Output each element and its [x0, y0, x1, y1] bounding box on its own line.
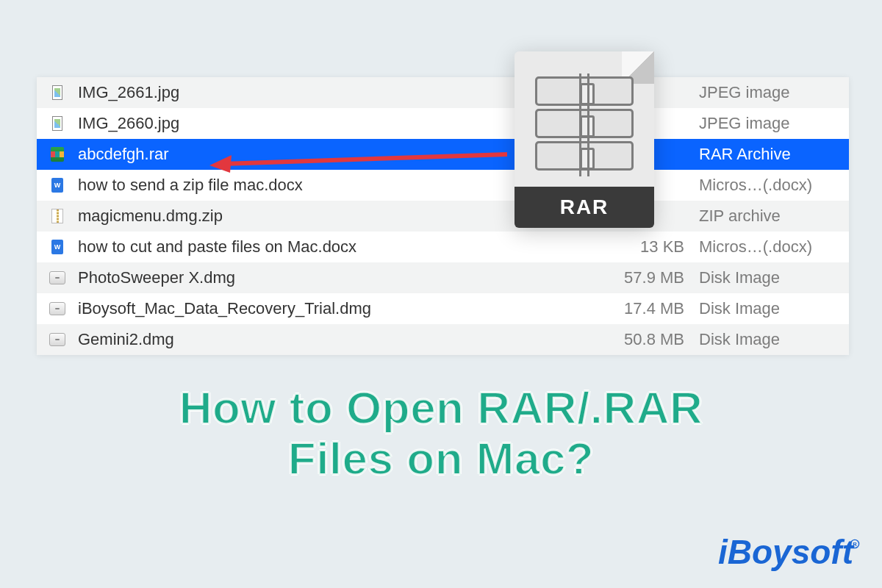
- article-title: How to Open RAR/.RAR Files on Mac?: [0, 382, 882, 484]
- rar-icon-paper: RAR: [514, 51, 654, 228]
- svg-text:R: R: [853, 541, 857, 548]
- finder-file-list[interactable]: IMG_2661.jpgJPEG imageIMG_2660.jpgJPEG i…: [37, 77, 849, 355]
- file-kind: ZIP archive: [695, 207, 849, 226]
- file-name: how to cut and paste files on Mac.docx: [78, 237, 606, 257]
- file-row[interactable]: Gemini2.dmg50.8 MBDisk Image: [37, 324, 849, 355]
- file-row[interactable]: how to send a zip file mac.docxMicros…(.…: [37, 170, 849, 201]
- file-row[interactable]: magicmenu.dmg.zipZIP archive: [37, 201, 849, 232]
- doc-file-icon: [37, 240, 78, 254]
- dmg-file-icon: [37, 302, 78, 315]
- file-kind: Disk Image: [695, 299, 849, 318]
- file-row[interactable]: IMG_2661.jpgJPEG image: [37, 77, 849, 108]
- headline-line-2: Files on Mac?: [0, 433, 882, 484]
- rar-file-icon-large: RAR: [514, 51, 654, 228]
- file-kind: Disk Image: [695, 330, 849, 349]
- file-kind: JPEG image: [695, 83, 849, 102]
- file-row[interactable]: how to cut and paste files on Mac.docx13…: [37, 232, 849, 262]
- file-kind: Disk Image: [695, 268, 849, 287]
- rar-icon-label: RAR: [514, 187, 654, 228]
- jpg-file-icon: [37, 116, 78, 131]
- brand-text: iBoysoft: [718, 532, 853, 572]
- file-name: Gemini2.dmg: [78, 330, 606, 349]
- doc-file-icon: [37, 178, 78, 193]
- file-row[interactable]: iBoysoft_Mac_Data_Recovery_Trial.dmg17.4…: [37, 293, 849, 324]
- file-row[interactable]: IMG_2660.jpgJPEG image: [37, 108, 849, 139]
- dmg-file-icon: [37, 333, 78, 346]
- rar-file-icon: [37, 147, 78, 162]
- file-kind: RAR Archive: [695, 145, 849, 164]
- file-row[interactable]: abcdefgh.rarRAR Archive: [37, 139, 849, 170]
- file-size: 50.8 MB: [606, 330, 695, 349]
- brand-registered-icon: R: [850, 539, 860, 549]
- headline-line-1: How to Open RAR/.RAR: [0, 382, 882, 433]
- file-kind: JPEG image: [695, 114, 849, 133]
- jpg-file-icon: [37, 85, 78, 100]
- file-size: 17.4 MB: [606, 299, 695, 318]
- file-kind: Micros…(.docx): [695, 176, 849, 195]
- rar-icon-books: [535, 76, 634, 173]
- file-size: 13 KB: [606, 237, 695, 257]
- file-size: 57.9 MB: [606, 268, 695, 287]
- dmg-file-icon: [37, 271, 78, 284]
- file-row[interactable]: PhotoSweeper X.dmg57.9 MBDisk Image: [37, 262, 849, 293]
- brand-logo: iBoysoft R: [718, 532, 860, 572]
- zip-file-icon: [37, 209, 78, 223]
- file-name: PhotoSweeper X.dmg: [78, 268, 606, 287]
- file-kind: Micros…(.docx): [695, 237, 849, 257]
- file-name: iBoysoft_Mac_Data_Recovery_Trial.dmg: [78, 299, 606, 318]
